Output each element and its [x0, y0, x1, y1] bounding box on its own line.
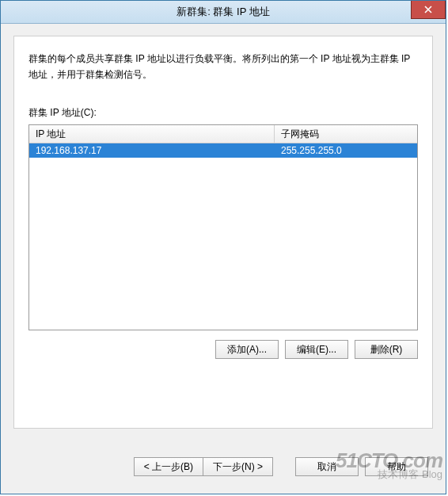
dialog-body: 群集的每个成员共享群集 IP 地址以进行负载平衡。将所列出的第一个 IP 地址视…	[13, 36, 433, 429]
cell-mask: 255.255.255.0	[275, 143, 417, 158]
remove-button[interactable]: 删除(R)	[355, 340, 418, 359]
dialog-window: 新群集: 群集 IP 地址 群集的每个成员共享群集 IP 地址以进行负载平衡。将…	[0, 0, 446, 494]
column-header-ip[interactable]: IP 地址	[29, 125, 275, 143]
nav-button-group: < 上一步(B) 下一步(N) >	[134, 457, 273, 476]
window-title: 新群集: 群集 IP 地址	[177, 5, 270, 19]
table-row[interactable]: 192.168.137.17255.255.255.0	[29, 143, 417, 158]
column-header-mask[interactable]: 子网掩码	[275, 125, 417, 143]
help-button[interactable]: 帮助	[365, 457, 428, 476]
description-text: 群集的每个成员共享群集 IP 地址以进行负载平衡。将所列出的第一个 IP 地址视…	[28, 51, 418, 82]
back-button[interactable]: < 上一步(B)	[134, 457, 203, 476]
list-buttons: 添加(A)... 编辑(E)... 删除(R)	[28, 340, 418, 359]
cluster-ip-list-label: 群集 IP 地址(C):	[28, 106, 418, 120]
list-rows: 192.168.137.17255.255.255.0	[29, 143, 417, 158]
wizard-buttons: < 上一步(B) 下一步(N) > 取消 帮助	[1, 440, 446, 494]
close-icon	[424, 6, 432, 13]
cell-ip: 192.168.137.17	[29, 143, 275, 158]
list-header: IP 地址 子网掩码	[29, 125, 417, 143]
add-button[interactable]: 添加(A)...	[215, 340, 279, 359]
close-button[interactable]	[411, 1, 446, 19]
edit-button[interactable]: 编辑(E)...	[285, 340, 348, 359]
cancel-button[interactable]: 取消	[295, 457, 359, 476]
next-button[interactable]: 下一步(N) >	[203, 457, 273, 476]
cluster-ip-listview[interactable]: IP 地址 子网掩码 192.168.137.17255.255.255.0	[28, 124, 418, 330]
title-bar: 新群集: 群集 IP 地址	[1, 1, 446, 24]
